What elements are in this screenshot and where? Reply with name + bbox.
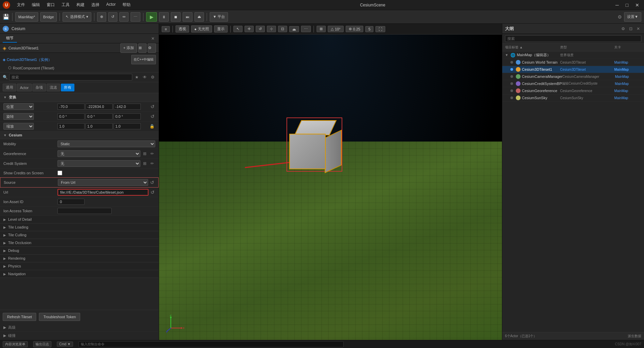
3d-cube-object[interactable] [289, 120, 340, 169]
tile-loading-section[interactable]: ▶ Tile Loading [0, 223, 159, 231]
ion-token-input[interactable] [58, 208, 112, 214]
rotation-select[interactable]: 旋转 [3, 113, 34, 120]
no-light-btn[interactable]: ● 无光照 [191, 25, 212, 32]
tab-misc[interactable]: 杂项 [32, 84, 46, 91]
close-panel-btn[interactable]: ✕ [150, 36, 156, 42]
num-btn[interactable]: 5 [365, 26, 373, 32]
menu-file[interactable]: 文件 [16, 1, 26, 8]
move-tool-btn[interactable]: ✛ [245, 26, 254, 32]
cesium-section-header[interactable]: ▼ Cesium [0, 131, 159, 139]
settings-btn[interactable]: 设置▼ [624, 12, 641, 22]
save-icon-btn[interactable]: 💾 [3, 14, 9, 20]
save-tab-btn[interactable]: MainMap* [15, 12, 38, 22]
rotate-btn[interactable]: ↺ [108, 12, 117, 22]
tab-streaming[interactable]: 流送 [47, 84, 60, 91]
rotation-y[interactable] [86, 113, 113, 119]
georeference-edit-btn[interactable]: ✏ [149, 151, 155, 157]
url-reset-btn[interactable]: ↺ [150, 190, 155, 195]
rotate-tool-btn[interactable]: ↺ [256, 26, 265, 32]
select-mode-btn[interactable]: ↖ 选择模式 ▾ [63, 12, 91, 22]
prop-settings-btn[interactable]: ⚙ [150, 74, 156, 80]
console-input[interactable] [78, 341, 344, 347]
outline-settings-btn[interactable]: ⚙ [620, 26, 626, 32]
col-map-header[interactable]: 关卡 [614, 45, 641, 50]
more-btn[interactable]: ⋯ [131, 12, 140, 22]
favorites-btn[interactable]: ★ [134, 74, 140, 80]
outline-row-sun[interactable]: CesiumSunSky CesiumSunSky MainMap [502, 94, 644, 102]
rect-tool-btn[interactable]: ⊡ [278, 26, 287, 32]
col-type-header[interactable]: 类型 [560, 45, 614, 50]
scale-tool-btn[interactable]: ⊹ [267, 26, 276, 32]
display-btn[interactable]: 显示 [214, 25, 228, 32]
georeference-select[interactable]: 无 [58, 150, 140, 157]
scale-btn[interactable]: ⇔ [119, 12, 129, 22]
credit-browse-btn[interactable]: ⊞ [142, 160, 148, 167]
fov-btn[interactable]: ⊛ 0.25 [346, 26, 363, 32]
menu-select[interactable]: 选择 [90, 1, 101, 8]
physics-section[interactable]: ▶ Physics [0, 262, 159, 270]
prop-search-input[interactable] [9, 74, 132, 81]
col-name-header[interactable]: 项目标签 ▲ [505, 45, 560, 50]
source-reset-btn[interactable]: ↺ [150, 180, 155, 185]
hamburger-btn[interactable]: ≡ [162, 26, 170, 32]
content-browser-btn[interactable]: 内容浏览菜单 [3, 341, 28, 347]
pause-btn[interactable]: ⏸ [159, 12, 169, 22]
mobility-select[interactable]: Static [58, 140, 155, 147]
menu-window[interactable]: 窗口 [45, 1, 56, 8]
rotation-reset-btn[interactable]: ↺ [150, 114, 155, 119]
add-component-btn[interactable]: + 添加 [120, 43, 137, 53]
tile-occlusion-section[interactable]: ▶ Tile Occlusion [0, 239, 159, 247]
output-log-btn[interactable]: 输出日志 [33, 341, 51, 347]
tab-actor[interactable]: Actor [17, 84, 32, 91]
minimize-btn[interactable]: ─ [614, 2, 621, 8]
menu-build[interactable]: 构建 [75, 1, 86, 8]
refresh-tileset-btn[interactable]: Refresh Tileset [3, 313, 36, 321]
tab-general[interactable]: 通用 [3, 84, 16, 91]
credit-edit-btn[interactable]: ✏ [149, 160, 155, 167]
cpp-edit-btn[interactable]: 在C++中编辑 [131, 55, 156, 64]
platform-btn[interactable]: ▼ 平台 [210, 12, 228, 22]
menu-edit[interactable]: 编辑 [30, 1, 41, 8]
tree-item-root[interactable]: ⬡ RootComponent (Tileset) [3, 65, 156, 71]
menu-help[interactable]: 帮助 [121, 1, 132, 8]
position-y[interactable] [86, 104, 113, 110]
select-tool-btn[interactable]: ↖ [233, 26, 243, 32]
close-btn[interactable]: ✕ [633, 2, 641, 8]
position-z[interactable] [114, 104, 141, 110]
scale-y[interactable] [86, 123, 113, 129]
outline-row-tileset1[interactable]: Cesium3DTileset1 Cesium3DTileset MainMap [502, 66, 644, 73]
scale-z[interactable] [114, 123, 141, 129]
scale-select[interactable]: 缩放 [3, 123, 34, 130]
extra-btn[interactable]: ⋯ [301, 26, 311, 32]
cmd-btn[interactable]: Cmd ▼ [57, 342, 73, 347]
ion-asset-input[interactable] [58, 199, 85, 205]
viewport-canvas[interactable]: X Z Y [159, 35, 502, 340]
transform-btn[interactable]: ⊕ [97, 12, 106, 22]
lod-section[interactable]: ▶ Level of Detail [0, 216, 159, 223]
outline-close-btn[interactable]: ✕ [635, 26, 641, 32]
menu-tools[interactable]: 工具 [60, 1, 71, 8]
tree-item-cesium3d[interactable]: ◈ Cesium3DTileset1（实例） 在C++中编辑 [3, 54, 156, 65]
url-input[interactable] [58, 189, 148, 196]
maximize-btn[interactable]: □ [624, 2, 630, 8]
transform-section-header[interactable]: ▼ 变换 [0, 93, 159, 102]
rotation-x[interactable] [58, 113, 85, 119]
outline-row-credit[interactable]: CesiumCreditSystemBP 编辑CesiumCreditSyste… [502, 80, 644, 87]
show-credits-checkbox[interactable] [58, 171, 62, 175]
stop-btn[interactable]: ⏹ [171, 12, 181, 22]
fullscreen-btn[interactable]: ⛶ [375, 26, 385, 32]
position-reset-btn[interactable]: ↺ [150, 104, 155, 109]
advanced-section[interactable]: ▶ 高级 [0, 324, 159, 332]
troubleshoot-token-btn[interactable]: Troubleshoot Token [39, 313, 80, 321]
outline-row-terrain[interactable]: Cesium World Terrain Cesium3DTileset Mai… [502, 59, 644, 66]
credit-system-select[interactable]: 无 [58, 160, 140, 167]
position-select[interactable]: 位置 [3, 103, 34, 110]
navigation-section[interactable]: ▶ Navigation [0, 270, 159, 278]
tile-culling-section[interactable]: ▶ Tile Culling [0, 231, 159, 239]
bridge-btn[interactable]: Bridge [40, 12, 57, 22]
perspective-btn[interactable]: 透视 [176, 25, 189, 32]
source-select[interactable]: From Url [58, 179, 148, 186]
outline-search-input[interactable] [505, 35, 641, 42]
outline-mainmap-row[interactable]: ▼ 🌐 MainMap（编辑器） 世界场景 [502, 51, 644, 59]
detail-tab[interactable]: 细节 [3, 34, 17, 43]
